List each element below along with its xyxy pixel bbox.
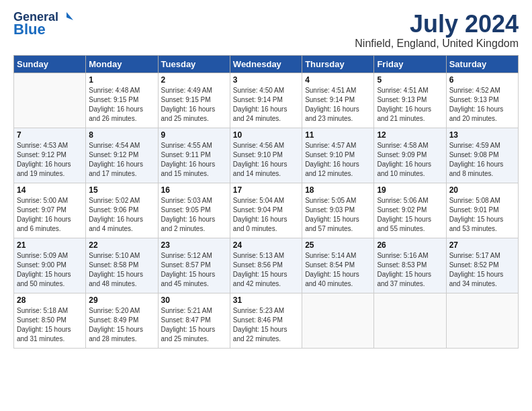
cell-date-number: 31 bbox=[233, 295, 299, 305]
calendar-cell: 18Sunrise: 5:05 AM Sunset: 9:03 PM Dayli… bbox=[302, 183, 374, 238]
calendar-cell: 31Sunrise: 5:23 AM Sunset: 8:46 PM Dayli… bbox=[230, 293, 302, 348]
cell-date-number: 5 bbox=[377, 75, 443, 85]
cell-date-number: 21 bbox=[17, 240, 83, 250]
cell-date-number: 25 bbox=[305, 240, 371, 250]
calendar-cell: 21Sunrise: 5:09 AM Sunset: 9:00 PM Dayli… bbox=[14, 238, 86, 293]
calendar-cell: 10Sunrise: 4:56 AM Sunset: 9:10 PM Dayli… bbox=[230, 128, 302, 183]
calendar-cell: 6Sunrise: 4:52 AM Sunset: 9:13 PM Daylig… bbox=[446, 73, 518, 128]
column-header-tuesday: Tuesday bbox=[158, 55, 230, 73]
header: General Blue July 2024 Ninfield, England… bbox=[13, 11, 519, 50]
cell-date-number: 8 bbox=[89, 130, 154, 140]
cell-info-text: Sunrise: 5:14 AM Sunset: 8:54 PM Dayligh… bbox=[305, 251, 371, 289]
cell-date-number: 30 bbox=[161, 295, 227, 305]
cell-info-text: Sunrise: 4:54 AM Sunset: 9:12 PM Dayligh… bbox=[89, 141, 154, 179]
cell-date-number: 6 bbox=[449, 75, 515, 85]
cell-date-number: 28 bbox=[17, 295, 83, 305]
calendar-cell: 28Sunrise: 5:18 AM Sunset: 8:50 PM Dayli… bbox=[14, 293, 86, 348]
cell-info-text: Sunrise: 5:13 AM Sunset: 8:56 PM Dayligh… bbox=[233, 251, 299, 289]
cell-info-text: Sunrise: 4:56 AM Sunset: 9:10 PM Dayligh… bbox=[233, 141, 299, 179]
cell-info-text: Sunrise: 4:57 AM Sunset: 9:10 PM Dayligh… bbox=[305, 141, 371, 179]
calendar-cell: 13Sunrise: 4:59 AM Sunset: 9:08 PM Dayli… bbox=[446, 128, 518, 183]
cell-date-number: 22 bbox=[89, 240, 154, 250]
cell-date-number: 24 bbox=[233, 240, 299, 250]
cell-info-text: Sunrise: 5:20 AM Sunset: 8:49 PM Dayligh… bbox=[89, 306, 154, 344]
calendar-cell: 4Sunrise: 4:51 AM Sunset: 9:14 PM Daylig… bbox=[302, 73, 374, 128]
cell-info-text: Sunrise: 5:00 AM Sunset: 9:07 PM Dayligh… bbox=[17, 196, 83, 234]
cell-info-text: Sunrise: 4:53 AM Sunset: 9:12 PM Dayligh… bbox=[17, 141, 83, 179]
calendar-cell: 1Sunrise: 4:48 AM Sunset: 9:15 PM Daylig… bbox=[86, 73, 158, 128]
cell-date-number: 9 bbox=[161, 130, 227, 140]
cell-info-text: Sunrise: 4:55 AM Sunset: 9:11 PM Dayligh… bbox=[161, 141, 227, 179]
cell-date-number: 17 bbox=[233, 185, 299, 195]
calendar-header-row: SundayMondayTuesdayWednesdayThursdayFrid… bbox=[14, 55, 519, 73]
cell-date-number: 29 bbox=[89, 295, 154, 305]
calendar-cell bbox=[302, 293, 374, 348]
cell-info-text: Sunrise: 4:52 AM Sunset: 9:13 PM Dayligh… bbox=[449, 86, 515, 124]
logo: General Blue bbox=[13, 11, 73, 38]
calendar-week-row: 28Sunrise: 5:18 AM Sunset: 8:50 PM Dayli… bbox=[14, 293, 519, 348]
calendar-week-row: 21Sunrise: 5:09 AM Sunset: 9:00 PM Dayli… bbox=[14, 238, 519, 293]
column-header-sunday: Sunday bbox=[14, 55, 86, 73]
cell-info-text: Sunrise: 5:21 AM Sunset: 8:47 PM Dayligh… bbox=[161, 306, 227, 344]
cell-info-text: Sunrise: 5:05 AM Sunset: 9:03 PM Dayligh… bbox=[305, 196, 371, 234]
cell-date-number: 15 bbox=[89, 185, 154, 195]
calendar-cell: 19Sunrise: 5:06 AM Sunset: 9:02 PM Dayli… bbox=[374, 183, 446, 238]
cell-info-text: Sunrise: 4:59 AM Sunset: 9:08 PM Dayligh… bbox=[449, 141, 515, 179]
cell-date-number: 11 bbox=[305, 130, 371, 140]
calendar-cell: 25Sunrise: 5:14 AM Sunset: 8:54 PM Dayli… bbox=[302, 238, 374, 293]
calendar-cell: 2Sunrise: 4:49 AM Sunset: 9:15 PM Daylig… bbox=[158, 73, 230, 128]
svg-marker-0 bbox=[66, 12, 73, 20]
logo-blue-text: Blue bbox=[13, 21, 73, 38]
cell-info-text: Sunrise: 4:51 AM Sunset: 9:14 PM Dayligh… bbox=[305, 86, 371, 124]
calendar-cell: 24Sunrise: 5:13 AM Sunset: 8:56 PM Dayli… bbox=[230, 238, 302, 293]
cell-date-number: 4 bbox=[305, 75, 371, 85]
calendar-cell bbox=[14, 73, 86, 128]
cell-info-text: Sunrise: 5:03 AM Sunset: 9:05 PM Dayligh… bbox=[161, 196, 227, 234]
calendar-cell: 16Sunrise: 5:03 AM Sunset: 9:05 PM Dayli… bbox=[158, 183, 230, 238]
title-area: July 2024 Ninfield, England, United King… bbox=[355, 11, 519, 50]
calendar-week-row: 7Sunrise: 4:53 AM Sunset: 9:12 PM Daylig… bbox=[14, 128, 519, 183]
cell-date-number: 26 bbox=[377, 240, 443, 250]
calendar-cell: 29Sunrise: 5:20 AM Sunset: 8:49 PM Dayli… bbox=[86, 293, 158, 348]
calendar-cell bbox=[446, 293, 518, 348]
cell-info-text: Sunrise: 5:08 AM Sunset: 9:01 PM Dayligh… bbox=[449, 196, 515, 234]
column-header-monday: Monday bbox=[86, 55, 158, 73]
calendar-week-row: 1Sunrise: 4:48 AM Sunset: 9:15 PM Daylig… bbox=[14, 73, 519, 128]
cell-date-number: 18 bbox=[305, 185, 371, 195]
cell-date-number: 7 bbox=[17, 130, 83, 140]
calendar-cell: 5Sunrise: 4:51 AM Sunset: 9:13 PM Daylig… bbox=[374, 73, 446, 128]
calendar-cell: 17Sunrise: 5:04 AM Sunset: 9:04 PM Dayli… bbox=[230, 183, 302, 238]
calendar-title: July 2024 bbox=[355, 11, 519, 38]
column-header-wednesday: Wednesday bbox=[230, 55, 302, 73]
cell-date-number: 20 bbox=[449, 185, 515, 195]
calendar-subtitle: Ninfield, England, United Kingdom bbox=[355, 38, 519, 50]
calendar-cell: 30Sunrise: 5:21 AM Sunset: 8:47 PM Dayli… bbox=[158, 293, 230, 348]
cell-info-text: Sunrise: 5:09 AM Sunset: 9:00 PM Dayligh… bbox=[17, 251, 83, 289]
cell-info-text: Sunrise: 5:12 AM Sunset: 8:57 PM Dayligh… bbox=[161, 251, 227, 289]
calendar-cell: 27Sunrise: 5:17 AM Sunset: 8:52 PM Dayli… bbox=[446, 238, 518, 293]
cell-info-text: Sunrise: 5:02 AM Sunset: 9:06 PM Dayligh… bbox=[89, 196, 154, 234]
calendar-cell: 15Sunrise: 5:02 AM Sunset: 9:06 PM Dayli… bbox=[86, 183, 158, 238]
calendar-cell: 9Sunrise: 4:55 AM Sunset: 9:11 PM Daylig… bbox=[158, 128, 230, 183]
cell-info-text: Sunrise: 5:04 AM Sunset: 9:04 PM Dayligh… bbox=[233, 196, 299, 234]
calendar-cell: 3Sunrise: 4:50 AM Sunset: 9:14 PM Daylig… bbox=[230, 73, 302, 128]
cell-date-number: 13 bbox=[449, 130, 515, 140]
calendar-cell bbox=[374, 293, 446, 348]
cell-date-number: 14 bbox=[17, 185, 83, 195]
calendar-cell: 14Sunrise: 5:00 AM Sunset: 9:07 PM Dayli… bbox=[14, 183, 86, 238]
cell-info-text: Sunrise: 4:49 AM Sunset: 9:15 PM Dayligh… bbox=[161, 86, 227, 124]
calendar-cell: 12Sunrise: 4:58 AM Sunset: 9:09 PM Dayli… bbox=[374, 128, 446, 183]
cell-date-number: 19 bbox=[377, 185, 443, 195]
cell-info-text: Sunrise: 5:10 AM Sunset: 8:58 PM Dayligh… bbox=[89, 251, 154, 289]
calendar-cell: 23Sunrise: 5:12 AM Sunset: 8:57 PM Dayli… bbox=[158, 238, 230, 293]
main-container: General Blue July 2024 Ninfield, England… bbox=[0, 0, 532, 355]
cell-info-text: Sunrise: 5:18 AM Sunset: 8:50 PM Dayligh… bbox=[17, 306, 83, 344]
cell-date-number: 3 bbox=[233, 75, 299, 85]
calendar-cell: 20Sunrise: 5:08 AM Sunset: 9:01 PM Dayli… bbox=[446, 183, 518, 238]
calendar-cell: 22Sunrise: 5:10 AM Sunset: 8:58 PM Dayli… bbox=[86, 238, 158, 293]
cell-info-text: Sunrise: 4:48 AM Sunset: 9:15 PM Dayligh… bbox=[89, 86, 154, 124]
cell-info-text: Sunrise: 4:51 AM Sunset: 9:13 PM Dayligh… bbox=[377, 86, 443, 124]
cell-date-number: 1 bbox=[89, 75, 154, 85]
cell-date-number: 16 bbox=[161, 185, 227, 195]
cell-date-number: 27 bbox=[449, 240, 515, 250]
